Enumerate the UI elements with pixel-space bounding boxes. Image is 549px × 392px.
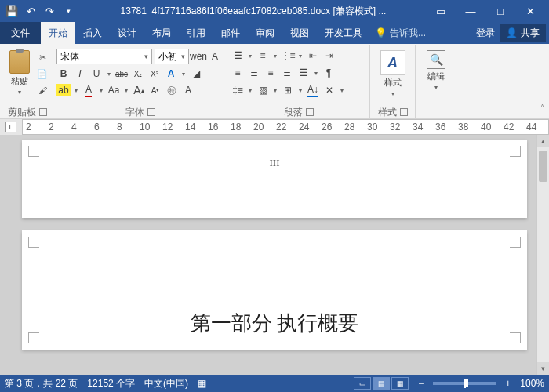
vertical-scrollbar[interactable]: ▴ ▾ bbox=[536, 135, 549, 375]
zoom-slider[interactable] bbox=[433, 382, 496, 385]
tab-home[interactable]: 开始 bbox=[41, 22, 75, 44]
text-effects-button[interactable]: A bbox=[164, 67, 178, 81]
ruler-mark: 18 bbox=[231, 122, 241, 132]
paragraph-launcher[interactable] bbox=[306, 108, 314, 116]
subscript-button[interactable]: X₂ bbox=[131, 67, 145, 81]
change-case-button[interactable]: A bbox=[181, 83, 195, 97]
status-page[interactable]: 第 3 页，共 22 页 bbox=[5, 377, 78, 390]
close-icon[interactable]: ✕ bbox=[521, 5, 540, 17]
style-sample-icon: A bbox=[380, 50, 405, 75]
char-shading-button[interactable]: Aa bbox=[107, 83, 121, 97]
superscript-button[interactable]: X² bbox=[147, 67, 162, 81]
styles-gallery-button[interactable]: A 样式 ▾ bbox=[376, 49, 409, 97]
asian-layout-button[interactable]: ✕ bbox=[322, 83, 336, 97]
shading-button[interactable]: ▨ bbox=[256, 83, 270, 97]
enclose-char-button[interactable]: ㊕ bbox=[165, 83, 179, 97]
align-left-button[interactable]: ≡ bbox=[231, 66, 245, 80]
tab-design[interactable]: 设计 bbox=[110, 22, 144, 44]
bullets-button[interactable]: ☰ bbox=[231, 49, 245, 63]
status-word-count[interactable]: 12152 个字 bbox=[87, 377, 135, 390]
char-border-icon[interactable]: A bbox=[208, 49, 222, 64]
tab-selector[interactable]: L bbox=[5, 122, 16, 132]
strikethrough-button[interactable]: abc bbox=[115, 67, 129, 81]
align-center-button[interactable]: ≣ bbox=[247, 66, 261, 80]
font-launcher[interactable] bbox=[147, 108, 155, 116]
zoom-out-button[interactable]: − bbox=[418, 378, 424, 389]
tab-references[interactable]: 引用 bbox=[179, 22, 213, 44]
web-layout-button[interactable]: ▦ bbox=[391, 377, 409, 390]
ruler-mark: 4 bbox=[71, 122, 77, 132]
clear-format-button[interactable]: ◢ bbox=[189, 67, 203, 81]
scroll-up-icon[interactable]: ▴ bbox=[537, 135, 549, 147]
ruler-mark: 34 bbox=[413, 122, 423, 132]
read-mode-button[interactable]: ▭ bbox=[354, 377, 371, 390]
zoom-level[interactable]: 100% bbox=[520, 378, 544, 389]
ribbon-options-icon[interactable]: ▭ bbox=[431, 5, 450, 17]
show-marks-button[interactable]: ¶ bbox=[322, 66, 336, 80]
font-color-button[interactable]: A bbox=[82, 83, 96, 97]
tab-developer[interactable]: 开发工具 bbox=[317, 22, 370, 44]
ruler-mark: 2 bbox=[26, 122, 31, 132]
ruler-mark: 10 bbox=[140, 122, 150, 132]
distribute-button[interactable]: ☰ bbox=[296, 66, 311, 80]
tab-layout[interactable]: 布局 bbox=[144, 22, 179, 44]
ruler-mark: 16 bbox=[208, 122, 218, 132]
ruler-mark: 42 bbox=[504, 122, 514, 132]
clipboard-launcher[interactable] bbox=[39, 108, 47, 116]
clipboard-icon bbox=[9, 50, 30, 74]
sort-button[interactable]: A↓ bbox=[306, 83, 320, 97]
copy-icon[interactable]: 📄 bbox=[35, 67, 49, 81]
print-layout-button[interactable]: ▤ bbox=[373, 377, 390, 390]
save-icon[interactable]: 💾 bbox=[5, 4, 19, 18]
document-page[interactable]: III bbox=[22, 140, 527, 218]
paste-button[interactable]: 粘贴 ▾ bbox=[5, 49, 34, 96]
align-right-button[interactable]: ≡ bbox=[264, 66, 278, 80]
justify-button[interactable]: ≣ bbox=[280, 66, 294, 80]
multilevel-button[interactable]: ⋮≡ bbox=[281, 49, 295, 63]
ruler-mark: 36 bbox=[435, 122, 445, 132]
cut-icon[interactable]: ✂ bbox=[35, 50, 49, 64]
qat-more-icon[interactable]: ▾ bbox=[61, 4, 75, 18]
font-name-combo[interactable]: 宋体▾ bbox=[56, 49, 152, 64]
undo-icon[interactable]: ↶ bbox=[24, 4, 38, 18]
pinyin-guide-icon[interactable]: wén bbox=[191, 49, 205, 64]
document-page[interactable]: 第一部分 执行概要 bbox=[22, 230, 527, 350]
font-size-combo[interactable]: 小初▾ bbox=[155, 49, 189, 64]
ruler-mark: 12 bbox=[162, 122, 173, 132]
shrink-font-button[interactable]: A▾ bbox=[148, 83, 162, 97]
tab-view[interactable]: 视图 bbox=[282, 22, 317, 44]
tab-file[interactable]: 文件 bbox=[0, 22, 41, 44]
collapse-ribbon-icon[interactable]: ˄ bbox=[540, 103, 544, 112]
ruler-mark: 40 bbox=[481, 122, 491, 132]
underline-button[interactable]: U bbox=[89, 67, 104, 81]
share-button[interactable]: 👤共享 bbox=[500, 24, 546, 42]
line-spacing-button[interactable]: ‡≡ bbox=[231, 83, 245, 97]
tab-review[interactable]: 审阅 bbox=[248, 22, 282, 44]
borders-button[interactable]: ⊞ bbox=[281, 83, 295, 97]
bold-button[interactable]: B bbox=[56, 67, 71, 81]
grow-font-button[interactable]: A▴ bbox=[132, 83, 146, 97]
tab-insert[interactable]: 插入 bbox=[75, 22, 110, 44]
redo-icon[interactable]: ↷ bbox=[42, 4, 56, 18]
numbering-button[interactable]: ≡ bbox=[256, 49, 270, 63]
login-link[interactable]: 登录 bbox=[476, 27, 495, 40]
minimize-icon[interactable]: — bbox=[461, 5, 480, 17]
status-language[interactable]: 中文(中国) bbox=[144, 377, 188, 390]
styles-launcher[interactable] bbox=[400, 108, 408, 116]
tab-mailings[interactable]: 邮件 bbox=[213, 22, 248, 44]
maximize-icon[interactable]: □ bbox=[491, 5, 510, 17]
decrease-indent-button[interactable]: ⇤ bbox=[306, 49, 320, 63]
italic-button[interactable]: I bbox=[73, 67, 87, 81]
scroll-thumb[interactable] bbox=[539, 151, 547, 182]
status-macro-icon[interactable]: ▦ bbox=[198, 378, 206, 389]
zoom-in-button[interactable]: + bbox=[505, 378, 511, 389]
find-button[interactable]: 🔍 编辑 ▾ bbox=[420, 49, 453, 91]
horizontal-ruler[interactable]: 2246810121416182022242628303234363840424… bbox=[22, 119, 549, 135]
highlight-button[interactable]: ab bbox=[56, 83, 71, 97]
document-heading: 第一部分 执行概要 bbox=[22, 310, 527, 337]
format-painter-icon[interactable]: 🖌 bbox=[35, 83, 49, 97]
increase-indent-button[interactable]: ⇥ bbox=[322, 49, 336, 63]
scroll-down-icon[interactable]: ▾ bbox=[537, 362, 549, 375]
tell-me-search[interactable]: 💡告诉我... bbox=[370, 22, 476, 44]
ruler-mark: 44 bbox=[526, 122, 536, 132]
